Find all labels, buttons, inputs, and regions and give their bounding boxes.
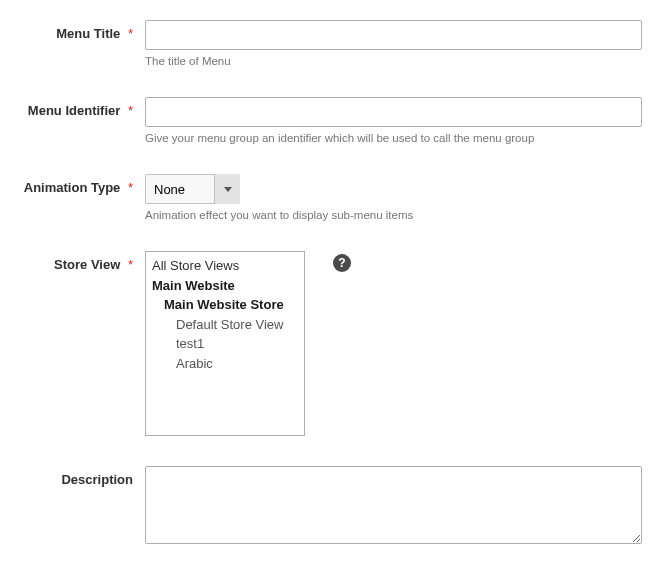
menu-identifier-label-col: Menu Identifier * — [15, 97, 145, 118]
store-view-option[interactable]: Arabic — [146, 354, 304, 374]
store-view-inner: All Store Views Main Website Main Websit… — [145, 251, 642, 436]
store-view-field-col: All Store Views Main Website Main Websit… — [145, 251, 642, 436]
store-view-row: Store View * All Store Views Main Websit… — [15, 251, 642, 436]
required-asterisk: * — [128, 26, 133, 41]
store-view-option[interactable]: Default Store View — [146, 315, 304, 335]
description-label-col: Description — [15, 466, 145, 487]
menu-identifier-hint: Give your menu group an identifier which… — [145, 132, 642, 144]
store-view-label: Store View — [54, 257, 120, 272]
animation-type-label-col: Animation Type * — [15, 174, 145, 195]
store-view-option[interactable]: Main Website Store — [146, 295, 304, 315]
animation-type-select-wrap: None — [145, 174, 240, 204]
menu-identifier-label: Menu Identifier — [28, 103, 120, 118]
menu-title-hint: The title of Menu — [145, 55, 642, 67]
store-view-option[interactable]: All Store Views — [146, 256, 304, 276]
description-textarea[interactable] — [145, 466, 642, 544]
required-asterisk: * — [128, 103, 133, 118]
store-view-option[interactable]: test1 — [146, 334, 304, 354]
menu-title-input[interactable] — [145, 20, 642, 50]
help-icon[interactable]: ? — [333, 254, 351, 272]
menu-identifier-row: Menu Identifier * Give your menu group a… — [15, 97, 642, 144]
store-view-label-col: Store View * — [15, 251, 145, 272]
menu-title-label-col: Menu Title * — [15, 20, 145, 41]
animation-type-row: Animation Type * None Animation effect y… — [15, 174, 642, 221]
menu-identifier-field-col: Give your menu group an identifier which… — [145, 97, 642, 144]
animation-type-field-col: None Animation effect you want to displa… — [145, 174, 642, 221]
store-view-option[interactable]: Main Website — [146, 276, 304, 296]
description-field-col — [145, 466, 642, 547]
description-label: Description — [61, 472, 133, 487]
description-row: Description — [15, 466, 642, 547]
required-asterisk: * — [128, 180, 133, 195]
animation-type-select[interactable]: None — [145, 174, 240, 204]
animation-type-hint: Animation effect you want to display sub… — [145, 209, 642, 221]
store-view-multiselect[interactable]: All Store Views Main Website Main Websit… — [145, 251, 305, 436]
menu-title-field-col: The title of Menu — [145, 20, 642, 67]
menu-title-row: Menu Title * The title of Menu — [15, 20, 642, 67]
required-asterisk: * — [128, 257, 133, 272]
menu-title-label: Menu Title — [56, 26, 120, 41]
animation-type-label: Animation Type — [24, 180, 121, 195]
menu-identifier-input[interactable] — [145, 97, 642, 127]
